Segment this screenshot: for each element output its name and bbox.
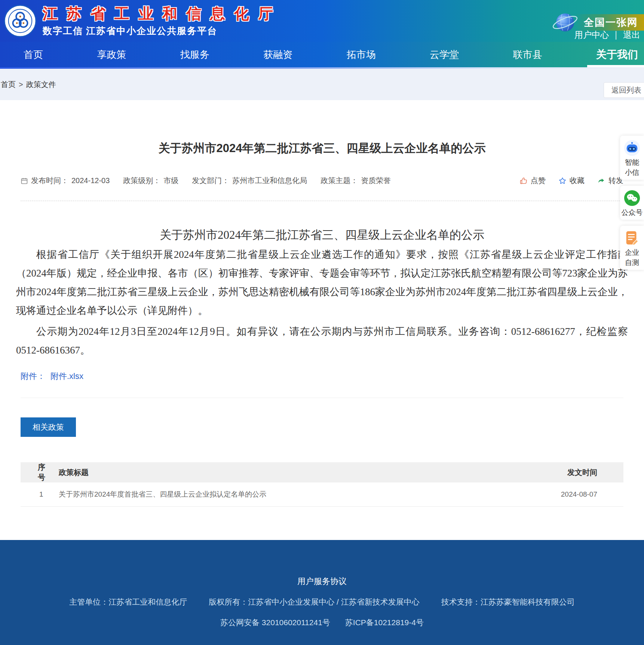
meta-label: 政策级别： [123, 176, 160, 186]
ai-assistant-button[interactable]: 智能 小信 [620, 136, 644, 180]
table-row: 1 关于苏州市2024年度首批省三、四星级上云企业拟认定名单的公示 2024-0… [21, 482, 623, 506]
enterprise-self-test-button[interactable]: 企业 自测 [620, 226, 644, 270]
article-subtitle: 关于苏州市2024年第二批江苏省三、四星级上云企业名单的公示 [21, 227, 623, 243]
table-header-row: 序号 政策标题 发文时间 [21, 462, 623, 482]
row-number: 1 [21, 482, 54, 506]
breadcrumb-home[interactable]: 首页 [1, 80, 16, 90]
nav-item-counties[interactable]: 联市县 [509, 42, 546, 67]
footer-support: 技术支持：江苏苏豪智能科技有限公司 [441, 597, 575, 607]
robot-icon [623, 139, 641, 157]
meta-value: 苏州市工业和信息化局 [232, 176, 307, 186]
article-body: 根据省工信厅《关于组织开展2024年度第二批省星级上云企业遴选工作的通知》要求，… [16, 245, 628, 359]
footer-icp-record[interactable]: 苏ICP备10212819-4号 [345, 617, 424, 628]
meta-label: 发文部门： [192, 176, 229, 186]
paragraph: 公示期为2024年12月3日至2024年12月9日。如有异议，请在公示期内与苏州… [16, 322, 628, 359]
row-publish-date: 2024-08-07 [537, 482, 623, 506]
wechat-official-account-button[interactable]: 公众号 [620, 186, 644, 220]
meta-value: 市级 [163, 176, 178, 186]
related-policies-button[interactable]: 相关政策 [21, 417, 76, 437]
logout-link[interactable]: 退出 [623, 29, 640, 41]
attachment-label: 附件： [21, 371, 45, 382]
user-row-separator: | [615, 30, 617, 40]
site-title: 江 苏 省 工 业 和 信 息 化 厅 [43, 5, 276, 22]
column-header-no: 序号 [21, 462, 54, 482]
floating-side-panel: 智能 小信 公众号 [620, 136, 644, 270]
nav-item-cloud-school[interactable]: 云学堂 [426, 42, 463, 67]
gov-logo-icon [4, 4, 37, 37]
breadcrumb-bar: 首页 > 政策文件 返回列表 [0, 69, 644, 100]
meta-label: 发布时间： [31, 176, 68, 186]
favorite-button[interactable]: 收藏 [558, 176, 585, 186]
meta-label: 政策主题： [321, 176, 358, 186]
dashed-divider [21, 201, 623, 201]
footer-sponsor: 主管单位：江苏省工业和信息化厅 [69, 597, 187, 607]
attachment-row: 附件： 附件.xlsx [21, 371, 623, 382]
user-service-agreement-link[interactable]: 用户服务协议 [297, 577, 347, 586]
row-policy-title[interactable]: 关于苏州市2024年度首批省三、四星级上云企业拟认定名单的公示 [54, 482, 537, 506]
paragraph: 根据省工信厅《关于组织开展2024年度第二批省星级上云企业遴选工作的通知》要求，… [16, 245, 628, 320]
meta-policy-level: 政策级别： 市级 [123, 176, 178, 186]
meta-value: 资质荣誉 [361, 176, 391, 186]
brand: 江 苏 省 工 业 和 信 息 化 厅 数字工信 江苏省中小企业公共服务平台 [4, 4, 276, 37]
user-center-link[interactable]: 用户中心 [574, 29, 609, 41]
thumb-up-icon [519, 177, 528, 185]
related-policies-table: 序号 政策标题 发文时间 1 关于苏州市2024年度首批省三、四星级上云企业拟认… [21, 462, 623, 507]
top-header: 江 苏 省 工 业 和 信 息 化 厅 数字工信 江苏省中小企业公共服务平台 全… [0, 0, 644, 42]
nav-item-about-us[interactable]: 关于我们 [592, 42, 642, 67]
breadcrumb-current: 政策文件 [26, 80, 56, 90]
nav-item-services[interactable]: 找服务 [177, 42, 213, 67]
light-divider [21, 398, 623, 398]
article-meta-row: 发布时间： 2024-12-03 政策级别： 市级 发文部门： 苏州市工业和信息… [21, 176, 623, 186]
calendar-icon [21, 177, 28, 185]
meta-value: 2024-12-03 [71, 176, 110, 185]
net-badge-label: 全国一张网 [574, 14, 644, 31]
wechat-icon [623, 189, 641, 207]
main-nav: 首页 享政策 找服务 获融资 拓市场 云学堂 联市县 关于我们 [0, 42, 644, 67]
breadcrumb-separator: > [19, 80, 23, 89]
column-header-title: 政策标题 [54, 462, 537, 482]
article-page: 关于苏州市2024年第二批江苏省三、四星级上云企业名单的公示 发布时间： 202… [0, 100, 644, 540]
footer-copyright: 版权所有：江苏省中小企业发展中心 / 江苏省新技术发展中心 [209, 597, 420, 607]
site-footer: 用户服务协议 主管单位：江苏省工业和信息化厅 版权所有：江苏省中小企业发展中心 … [0, 540, 644, 645]
column-header-date: 发文时间 [537, 462, 623, 482]
share-button[interactable]: 转发 [597, 176, 623, 186]
meta-publish-date: 发布时间： 2024-12-03 [21, 176, 110, 186]
share-icon [597, 177, 605, 185]
page-title: 关于苏州市2024年第二批江苏省三、四星级上云企业名单的公示 [21, 100, 623, 156]
globe-icon [551, 8, 579, 37]
nav-item-financing[interactable]: 获融资 [260, 42, 296, 67]
nav-item-policies[interactable]: 享政策 [93, 42, 130, 67]
like-button[interactable]: 点赞 [519, 176, 546, 186]
doc-edit-icon [623, 229, 641, 247]
back-to-list-button[interactable]: 返回列表 [604, 82, 644, 98]
meta-issuing-dept: 发文部门： 苏州市工业和信息化局 [192, 176, 307, 186]
user-row: 用户中心 | 退出 [574, 29, 640, 41]
meta-policy-topic: 政策主题： 资质荣誉 [321, 176, 391, 186]
nav-item-home[interactable]: 首页 [20, 42, 47, 67]
footer-police-record[interactable]: 苏公网安备 32010602011241号 [220, 617, 330, 628]
nav-item-market[interactable]: 拓市场 [343, 42, 380, 67]
star-icon [558, 177, 567, 185]
site-subtitle: 数字工信 江苏省中小企业公共服务平台 [43, 25, 276, 37]
attachment-link[interactable]: 附件.xlsx [50, 371, 83, 382]
